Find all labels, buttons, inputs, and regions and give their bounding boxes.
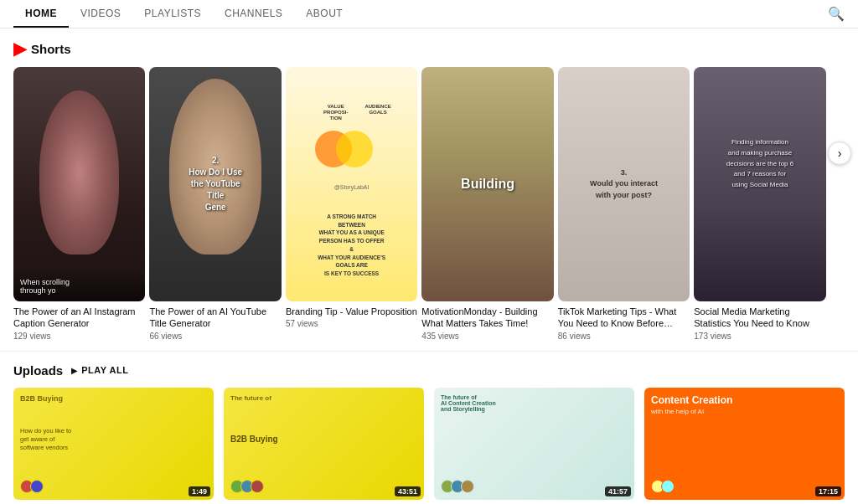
short-thumb-4: Building [421,67,553,301]
short-meta-4: MotivationMonday - Building What Matters… [421,306,553,341]
tab-videos[interactable]: VIDEOS [69,0,132,28]
short-meta-1: The Power of an AI Instagram Caption Gen… [13,306,145,341]
tab-home[interactable]: HOME [13,0,69,28]
carousel-next-button[interactable]: › [828,141,851,165]
video-card-2[interactable]: The future of B2B Buying 43:51 The Futur… [224,388,424,505]
short-thumb-6: Finding informationand making purchasede… [694,67,825,301]
shorts-scroll: When scrollingthrough yo The Power of an… [13,67,845,341]
tab-about[interactable]: ABOUT [294,0,354,28]
uploads-header: Uploads ▶ PLAY ALL [13,363,845,378]
video-thumb-3: The future ofAI Content Creationand Stor… [434,388,634,500]
short-card-1[interactable]: When scrollingthrough yo The Power of an… [13,67,145,341]
duration-badge-2: 43:51 [395,486,421,496]
short-title-4: MotivationMonday - Building What Matters… [421,306,553,330]
short-thumb-5: 3.Would you interactwith your post? [558,67,690,301]
short-title-6: Social Media Marketing Statistics You Ne… [694,306,825,330]
shorts-carousel: When scrollingthrough yo The Power of an… [13,67,845,341]
short-card-3[interactable]: VALUEPROPOSI-TION AUDIENCEGOALS @StoryLa… [286,67,417,341]
duration-badge-3: 41:57 [605,486,631,496]
short-title-2: The Power of an AI YouTube Title Generat… [149,306,281,330]
uploads-section-title: Uploads [13,363,63,378]
video-grid: B2B Buying How do you like toget aware o… [13,388,845,505]
shorts-header: ▶ Shorts [13,39,845,59]
short-views-3: 57 views [286,319,417,328]
short-overlay-1: When scrollingthrough yo [13,271,145,301]
short-thumb-2: 2.How Do I Usethe YouTubeTitleGene [149,67,281,301]
short-card-4[interactable]: Building MotivationMonday - Building Wha… [421,67,553,341]
short-overlay-2: 2.How Do I Usethe YouTubeTitleGene [156,155,275,213]
short-views-4: 435 views [421,332,553,341]
duration-badge-4: 17:15 [815,486,841,496]
tab-playlists[interactable]: PLAYLISTS [132,0,213,28]
video-card-3[interactable]: The future ofAI Content Creationand Stor… [434,388,634,505]
video-card-1[interactable]: B2B Buying How do you like toget aware o… [13,388,214,505]
short-meta-6: Social Media Marketing Statistics You Ne… [694,306,825,341]
search-icon[interactable]: 🔍 [828,6,845,22]
short-thumb-face [13,67,145,301]
shorts-logo-icon: ▶ [13,39,26,59]
duration-badge-1: 1:49 [189,486,210,496]
short-views-6: 173 views [694,332,825,341]
tab-channels[interactable]: CHANNELS [213,0,294,28]
video-thumb-1: B2B Buying How do you like toget aware o… [13,388,214,500]
channel-nav: HOME VIDEOS PLAYLISTS CHANNELS ABOUT 🔍 [0,0,858,28]
short-card-5[interactable]: 3.Would you interactwith your post? TikT… [558,67,690,341]
short-thumb-1: When scrollingthrough yo [13,67,145,301]
uploads-section: Uploads ▶ PLAY ALL B2B Buying How do you… [0,355,858,505]
short-title-5: TikTok Marketing Tips - What You Need to… [558,306,690,330]
short-views-1: 129 views [13,332,145,341]
short-thumb-3: VALUEPROPOSI-TION AUDIENCEGOALS @StoryLa… [286,67,417,301]
video-thumb-2: The future of B2B Buying 43:51 [224,388,424,500]
short-meta-3: Branding Tip - Value Proposition 57 view… [286,306,417,328]
short-card-6[interactable]: Finding informationand making purchasede… [694,67,825,341]
video-thumb-4: Content Creation with the help of AI 17:… [644,388,845,500]
play-all-icon: ▶ [71,366,78,375]
short-meta-2: The Power of an AI YouTube Title Generat… [149,306,281,341]
short-title-1: The Power of an AI Instagram Caption Gen… [13,306,145,330]
video-card-4[interactable]: Content Creation with the help of AI 17:… [644,388,845,505]
short-views-5: 86 views [558,332,690,341]
short-views-2: 66 views [149,332,281,341]
shorts-section: ▶ Shorts When scrollingthrough yo The Po… [0,28,858,347]
play-all-button[interactable]: ▶ PLAY ALL [71,365,128,375]
short-card-2[interactable]: 2.How Do I Usethe YouTubeTitleGene The P… [149,67,281,341]
play-all-label: PLAY ALL [81,365,128,375]
shorts-section-title: Shorts [31,42,71,56]
short-meta-5: TikTok Marketing Tips - What You Need to… [558,306,690,341]
short-title-3: Branding Tip - Value Proposition [286,306,417,317]
